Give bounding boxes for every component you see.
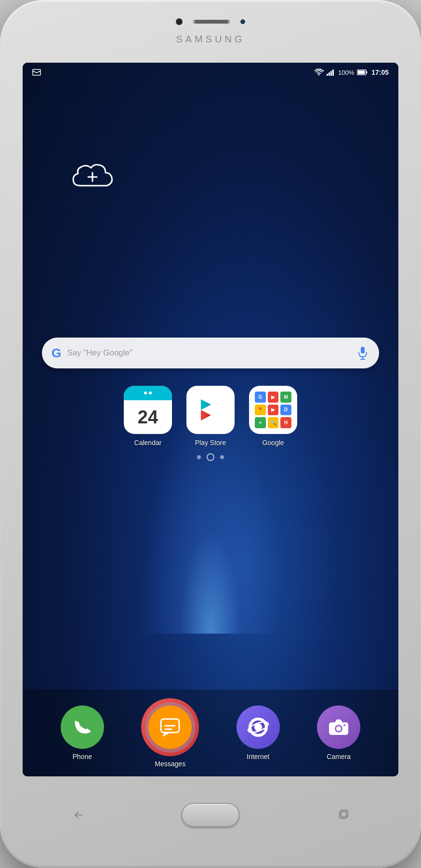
google-search-bar[interactable]: G Say "Hey Google" <box>42 338 379 368</box>
svg-rect-0 <box>33 69 40 75</box>
grid-cell-7: + <box>255 417 266 428</box>
page-dot-3 <box>220 455 224 459</box>
grid-cell-4: 📍 <box>255 405 266 416</box>
page-indicator <box>23 453 398 461</box>
nav-buttons <box>71 803 350 827</box>
battery-icon <box>357 69 368 76</box>
phone-svg <box>71 716 94 739</box>
calendar-label: Calendar <box>134 439 162 447</box>
internet-svg <box>246 715 271 740</box>
notification-icon <box>32 69 41 76</box>
front-camera <box>176 18 183 25</box>
google-label: Google <box>262 439 284 447</box>
svg-rect-2 <box>327 74 328 76</box>
app-item-calendar[interactable]: 24 Calendar <box>124 386 172 447</box>
svg-rect-4 <box>330 71 332 76</box>
grid-cell-3: M <box>280 392 291 403</box>
internet-app-icon <box>237 705 280 749</box>
grid-cell-6: D <box>280 405 291 416</box>
search-placeholder: Say "Hey Google" <box>67 348 350 358</box>
wifi-icon: + <box>314 68 324 76</box>
messages-inner <box>145 702 196 753</box>
cloud-plus-icon <box>66 159 119 193</box>
app-item-google[interactable]: G ▶ M 📍 ▶ D + 🔍 H Google <box>249 386 297 447</box>
back-button[interactable] <box>71 808 85 822</box>
app-item-play-store[interactable]: Play Store <box>186 386 235 447</box>
grid-cell-5: ▶ <box>268 405 279 416</box>
page-dot-1 <box>197 455 201 459</box>
svg-text:+: + <box>322 69 324 73</box>
recents-icon <box>338 810 348 820</box>
grid-cell-8: 🔍 <box>268 417 279 428</box>
calendar-header <box>124 386 172 400</box>
calendar-app-icon: 24 <box>124 386 172 434</box>
messages-app-icon <box>148 705 192 749</box>
svg-rect-5 <box>332 69 334 76</box>
home-button[interactable] <box>182 803 239 827</box>
messages-svg <box>158 715 182 739</box>
cloud-widget[interactable] <box>66 159 119 195</box>
calendar-date: 24 <box>138 407 158 428</box>
signal-icon <box>327 69 335 76</box>
dock-item-internet[interactable]: Internet <box>237 705 280 760</box>
app-dock: Phone <box>23 690 398 776</box>
play-store-app-icon <box>186 386 235 434</box>
sensor-dot <box>240 19 245 24</box>
page-dot-home <box>207 453 214 461</box>
camera-label: Camera <box>327 753 351 760</box>
mic-svg <box>357 346 368 360</box>
phone-device: SAMSUNG + <box>0 0 421 868</box>
grid-cell-9: H <box>280 417 291 428</box>
status-time: 17:05 <box>371 68 389 76</box>
top-sensors <box>176 18 245 25</box>
brand-logo: SAMSUNG <box>176 34 245 45</box>
top-bezel: SAMSUNG <box>0 0 421 63</box>
dock-item-phone[interactable]: Phone <box>61 705 104 760</box>
messages-label: Messages <box>155 760 185 768</box>
svg-rect-3 <box>329 72 330 76</box>
svg-rect-11 <box>361 347 365 353</box>
status-bar: + 100% 17:05 <box>23 63 398 82</box>
back-arrow-icon <box>72 809 84 821</box>
google-logo-icon: G <box>52 346 61 361</box>
phone-screen: + 100% 17:05 <box>23 63 398 776</box>
internet-label: Internet <box>247 753 269 760</box>
speaker-grille <box>192 20 231 24</box>
svg-rect-7 <box>367 71 368 73</box>
bottom-bezel <box>0 776 421 854</box>
phone-label: Phone <box>73 753 92 760</box>
grid-cell-1: G <box>255 392 266 403</box>
svg-point-24 <box>343 724 345 726</box>
dock-item-camera[interactable]: Camera <box>317 705 360 760</box>
app-grid: 24 Calendar <box>23 386 398 447</box>
phone-app-icon <box>61 705 104 749</box>
camera-app-icon <box>317 705 360 749</box>
svg-rect-8 <box>358 71 365 74</box>
dock-item-messages[interactable]: Messages <box>141 698 199 768</box>
camera-svg <box>326 715 351 740</box>
google-app-icon: G ▶ M 📍 ▶ D + 🔍 H <box>249 386 297 434</box>
play-store-svg <box>196 395 225 424</box>
status-left <box>32 69 41 76</box>
recents-button[interactable] <box>336 808 350 822</box>
svg-point-23 <box>336 726 341 731</box>
calendar-body: 24 <box>124 400 172 434</box>
microphone-icon[interactable] <box>356 346 369 360</box>
play-store-label: Play Store <box>195 439 226 447</box>
status-right: + 100% 17:05 <box>314 68 389 76</box>
grid-cell-2: ▶ <box>268 392 279 403</box>
battery-percent: 100% <box>338 69 354 76</box>
messages-highlight-ring <box>141 698 199 756</box>
